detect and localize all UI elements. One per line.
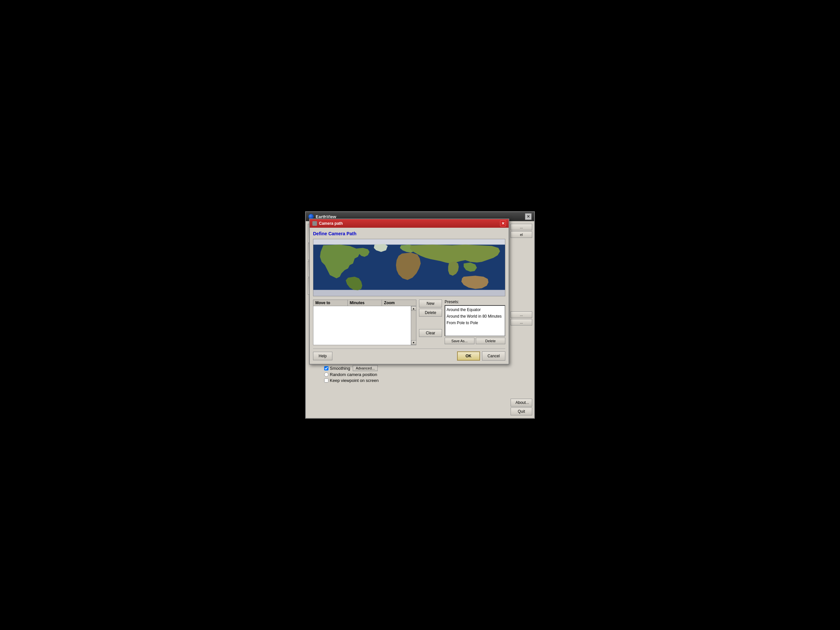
dialog-titlebar-left: Camera path [313, 221, 343, 226]
presets-section: Presets: Around the Equator Around the W… [445, 300, 505, 344]
waypoints-section: Move to Minutes Zoom ▲ ▼ [313, 300, 416, 345]
right-button-3[interactable]: ... [510, 311, 532, 318]
keep-viewpoint-label: Keep viewpoint on screen [330, 378, 379, 383]
scroll-up-arrow[interactable]: ▲ [411, 306, 416, 311]
about-button[interactable]: About... [510, 399, 532, 407]
col-header-minutes: Minutes [348, 300, 382, 306]
controls-area: Move to Minutes Zoom ▲ ▼ [313, 300, 505, 345]
waypoints-scrollbar: ▲ ▼ [411, 306, 416, 345]
random-camera-label: Random camera position [330, 372, 377, 377]
preset-item-1[interactable]: Around the Equator [446, 306, 504, 313]
col-header-move-to: Move to [313, 300, 348, 306]
save-as-button[interactable]: Save As... [445, 338, 474, 344]
smoothing-row: Smoothing Advanced... [324, 365, 506, 371]
quit-button[interactable]: Quit [510, 407, 532, 415]
dialog-close-button[interactable]: ✕ [500, 221, 506, 226]
advanced-button-2[interactable]: Advanced... [353, 365, 378, 371]
smoothing-checkbox[interactable] [324, 366, 328, 371]
world-map-svg [313, 239, 505, 296]
world-map-container[interactable] [313, 239, 505, 296]
waypoints-list-wrap: ▲ ▼ [313, 306, 416, 345]
presets-label: Presets: [445, 300, 505, 304]
dialog-body: Define Camera Path [310, 228, 508, 364]
smoothing-label: Smoothing [330, 366, 350, 371]
scroll-down-arrow[interactable]: ▼ [411, 340, 416, 345]
dialog-bottom: Help OK Cancel [313, 349, 505, 361]
scroll-track [411, 311, 416, 340]
preset-item-2[interactable]: Around the World in 80 Minutes [446, 313, 504, 320]
camera-icon [313, 221, 317, 226]
keep-viewpoint-checkbox[interactable] [324, 378, 328, 382]
presets-list[interactable]: Around the Equator Around the World in 8… [445, 305, 505, 336]
right-button-2[interactable]: el [510, 231, 532, 238]
new-button[interactable]: New [419, 300, 442, 308]
camera-path-dialog: Camera path ✕ Define Camera Path [309, 218, 509, 365]
presets-buttons: Save As... Delete [445, 338, 505, 344]
earthview-close-button[interactable]: ✕ [525, 213, 532, 220]
dialog-heading: Define Camera Path [313, 231, 505, 236]
waypoints-list[interactable] [313, 306, 411, 345]
waypoints-header: Move to Minutes Zoom [313, 300, 416, 306]
right-button-1[interactable]: ... [510, 224, 532, 231]
action-buttons: New Delete Clear [419, 300, 442, 337]
delete-button[interactable]: Delete [419, 309, 442, 317]
dialog-titlebar: Camera path ✕ [310, 219, 508, 228]
clear-button[interactable]: Clear [419, 329, 442, 337]
preset-delete-button[interactable]: Delete [476, 338, 506, 344]
keep-viewpoint-row: Keep viewpoint on screen [324, 378, 506, 383]
help-button[interactable]: Help [313, 352, 332, 360]
earthview-window: EarthView ✕ Wa G S Vi G S [305, 211, 535, 419]
right-button-4[interactable]: ... [510, 319, 532, 325]
right-buttons: ... el ... ... About... Quit [510, 223, 533, 417]
random-camera-row: Random camera position [324, 372, 506, 377]
random-camera-radio[interactable] [324, 373, 328, 377]
svg-rect-2 [313, 290, 505, 296]
ok-button[interactable]: OK [457, 351, 480, 361]
ok-cancel-buttons: OK Cancel [457, 351, 505, 361]
preset-item-3[interactable]: From Pole to Pole [446, 320, 504, 326]
col-header-zoom: Zoom [382, 300, 416, 306]
cancel-button[interactable]: Cancel [482, 351, 505, 361]
svg-rect-1 [313, 239, 505, 245]
dialog-title: Camera path [319, 221, 343, 226]
